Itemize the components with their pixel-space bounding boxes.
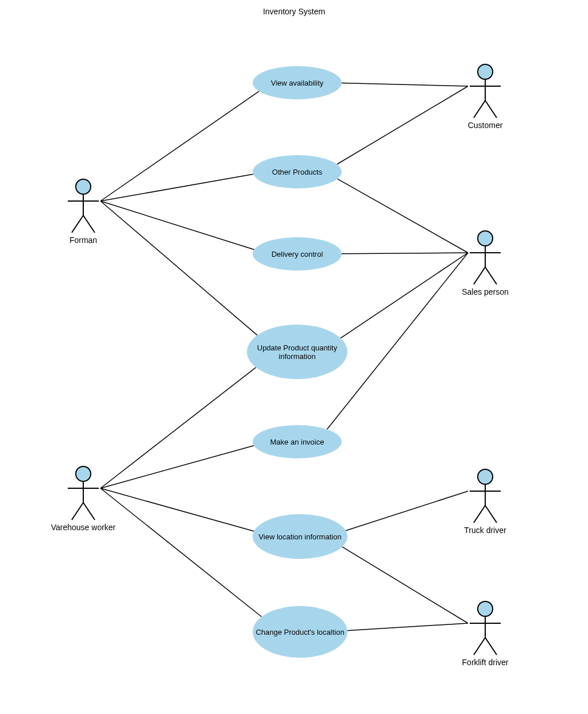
usecase-label: Update Product quantity information <box>249 344 345 361</box>
svg-line-9 <box>337 86 468 164</box>
actor-truck-driver-label: Truck driver <box>464 526 506 535</box>
svg-line-25 <box>72 503 83 520</box>
usecase-view-availability: View availability <box>253 66 342 99</box>
svg-line-12 <box>341 253 468 338</box>
usecase-label: Change Product's localtion <box>256 628 344 636</box>
svg-line-20 <box>72 215 83 233</box>
actor-forklift-driver-icon <box>465 600 505 658</box>
actor-sales-person-label: Sales person <box>462 287 509 296</box>
svg-point-42 <box>478 601 493 616</box>
usecase-label: View location information <box>258 532 341 541</box>
actor-customer-icon <box>465 63 505 121</box>
usecase-label: Other Products <box>272 168 322 176</box>
svg-line-10 <box>338 179 468 253</box>
actor-forklift-driver-label: Forklift driver <box>462 658 509 667</box>
actor-truck-driver-icon <box>465 468 505 526</box>
svg-point-17 <box>76 179 91 194</box>
svg-line-2 <box>100 201 254 249</box>
svg-line-4 <box>100 368 256 488</box>
svg-point-37 <box>478 469 493 484</box>
svg-line-40 <box>474 505 485 523</box>
actor-forman-icon <box>63 178 103 236</box>
actor-sales-person-icon <box>465 230 505 287</box>
svg-line-16 <box>347 623 468 631</box>
actor-forman-label: Forman <box>69 236 97 245</box>
svg-line-5 <box>100 446 254 488</box>
svg-line-1 <box>100 174 253 201</box>
svg-line-46 <box>485 638 497 655</box>
svg-line-15 <box>342 547 468 623</box>
svg-point-22 <box>76 466 91 481</box>
svg-line-45 <box>474 638 485 655</box>
svg-line-7 <box>100 488 262 617</box>
svg-line-35 <box>474 267 485 284</box>
usecase-label: Delivery control <box>272 250 323 258</box>
svg-line-0 <box>100 91 259 201</box>
usecase-view-location-information: View location information <box>253 514 347 559</box>
svg-line-41 <box>485 505 497 523</box>
svg-line-3 <box>100 201 257 335</box>
svg-line-21 <box>83 215 95 233</box>
diagram-title: Inventory System <box>0 7 588 16</box>
svg-line-8 <box>342 83 468 86</box>
usecase-label: View availability <box>271 79 324 87</box>
usecase-other-products: Other Products <box>253 155 342 188</box>
svg-point-32 <box>478 231 493 246</box>
actor-varehouse-worker-label: Varehouse worker <box>51 523 116 532</box>
svg-point-27 <box>478 64 493 79</box>
svg-line-14 <box>346 491 468 531</box>
usecase-label: Make an invoice <box>270 438 324 446</box>
svg-line-11 <box>342 253 468 254</box>
usecase-change-product-location: Change Product's localtion <box>253 606 347 658</box>
svg-line-26 <box>83 503 95 520</box>
actor-varehouse-worker-icon <box>63 465 103 523</box>
actor-customer-label: Customer <box>468 121 503 130</box>
usecase-delivery-control: Delivery control <box>253 237 342 271</box>
svg-line-36 <box>485 267 497 284</box>
svg-line-6 <box>100 488 254 531</box>
usecase-make-invoice: Make an invoice <box>253 425 342 458</box>
diagram-canvas: Inventory System View availability Other… <box>0 0 588 714</box>
svg-line-30 <box>474 101 485 118</box>
svg-line-31 <box>485 101 497 118</box>
usecase-update-product-quantity: Update Product quantity information <box>247 325 347 379</box>
svg-line-13 <box>327 253 468 429</box>
